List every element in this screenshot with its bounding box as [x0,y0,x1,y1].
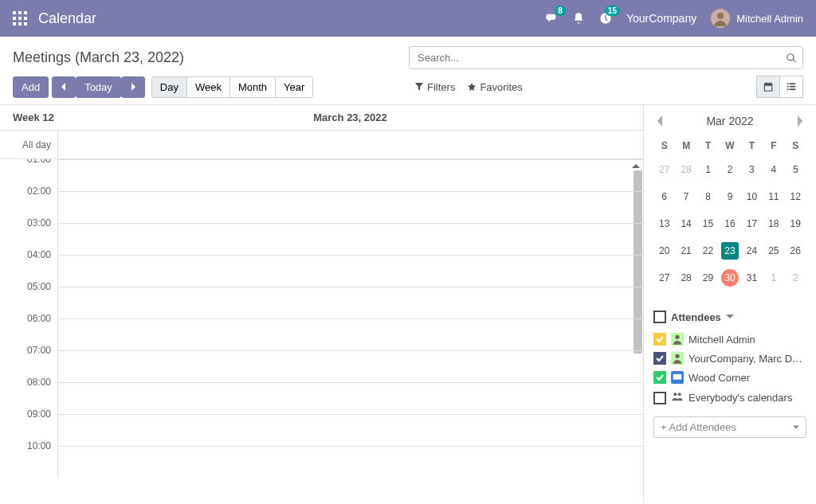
attendee-name[interactable]: Everybody's calendars [688,392,792,404]
mini-cal-day[interactable]: 22 [697,237,719,264]
search-icon[interactable] [786,53,797,64]
add-attendees-input[interactable]: + Add Attendees [653,416,806,438]
mini-cal-day[interactable]: 11 [763,183,784,210]
chevron-down-icon[interactable] [726,313,734,321]
filters-menu[interactable]: Filters [409,78,461,96]
mini-cal-day[interactable]: 29 [697,264,719,291]
svg-rect-3 [13,17,16,20]
attendee-checkbox[interactable] [653,371,666,384]
mini-cal-day[interactable]: 27 [653,156,675,183]
mini-cal-day[interactable]: 28 [675,264,696,291]
mini-cal-day[interactable]: 28 [675,156,696,183]
mini-cal-day[interactable]: 6 [653,183,675,210]
scale-week[interactable]: Week [186,76,230,98]
today-button[interactable]: Today [76,76,121,98]
mini-cal-day[interactable]: 25 [763,237,784,264]
attendee-name[interactable]: Wood Corner [688,372,750,384]
mini-cal-day[interactable]: 4 [763,156,784,183]
time-slot[interactable] [57,223,643,255]
time-slot[interactable] [57,287,643,318]
time-row: 10:00 [0,446,643,478]
attendee-name[interactable]: Mitchell Admin [688,334,755,346]
activities-icon[interactable]: 15 [599,12,612,25]
view-list-button[interactable] [779,76,803,98]
time-row: 09:00 [0,414,643,446]
mini-cal-day[interactable]: 17 [741,210,763,237]
mini-cal-day[interactable]: 24 [741,237,763,264]
mini-cal-day[interactable]: 26 [785,237,806,264]
mini-cal-day[interactable]: 2 [785,264,806,291]
time-slot[interactable] [57,414,643,446]
mini-cal-day[interactable]: 16 [719,210,740,237]
svg-rect-4 [18,17,22,20]
time-label: 09:00 [0,408,57,440]
mini-cal-day[interactable]: 3 [741,156,763,183]
svg-rect-12 [790,83,796,84]
search-input[interactable] [409,46,803,69]
prev-button[interactable] [52,76,76,98]
breadcrumb: Meetings (March 23, 2022) [13,49,184,66]
company-logo-icon [671,371,684,384]
attendee-row: Wood Corner [653,368,806,387]
mini-cal-day[interactable]: 18 [763,210,784,237]
user-menu[interactable]: Mitchell Admin [711,9,803,28]
scale-month[interactable]: Month [230,76,276,98]
time-label: 07:00 [0,345,57,377]
mini-cal-day[interactable]: 27 [653,264,675,291]
time-label: 06:00 [0,313,57,345]
mini-cal-day[interactable]: 19 [785,210,806,237]
mini-cal-next[interactable] [794,115,806,127]
time-slot[interactable] [57,382,643,414]
time-slot[interactable] [57,255,643,287]
notifications-icon[interactable] [572,12,585,25]
mini-cal-day[interactable]: 12 [785,183,806,210]
mini-cal-day[interactable]: 7 [675,183,696,210]
attendee-checkbox[interactable] [653,392,666,404]
messages-badge: 8 [555,6,566,16]
mini-cal-prev[interactable] [653,115,666,127]
add-button[interactable]: Add [13,76,49,98]
mini-cal-day[interactable]: 20 [653,237,675,264]
person-icon [671,352,684,365]
mini-cal-day[interactable]: 2 [719,156,740,183]
next-button[interactable] [121,76,145,98]
time-row: 08:00 [0,382,643,414]
attendee-checkbox[interactable] [653,352,666,365]
mini-cal-day[interactable]: 23 [719,237,740,264]
time-slot[interactable] [57,191,643,223]
mini-cal-day[interactable]: 8 [697,183,719,210]
attendees-checkbox[interactable] [653,311,666,323]
mini-cal-day[interactable]: 13 [653,210,675,237]
mini-cal-day[interactable]: 30 [719,264,740,291]
view-calendar-button[interactable] [756,76,780,98]
svg-point-23 [673,393,677,396]
company-switcher[interactable]: YourCompany [626,12,696,25]
mini-cal-dow: S [653,135,675,156]
attendee-row: Mitchell Admin [653,330,806,349]
time-slot[interactable] [57,350,643,382]
app-title[interactable]: Calendar [38,10,96,27]
favorites-menu[interactable]: Favorites [461,78,528,96]
mini-cal-day[interactable]: 15 [697,210,719,237]
time-label: 01:00 [0,159,57,186]
time-slot[interactable] [57,318,643,350]
allday-row[interactable]: All day [0,131,643,159]
mini-cal-day[interactable]: 5 [785,156,806,183]
attendee-row: YourCompany, Marc Demo [653,349,806,368]
messages-icon[interactable]: 8 [545,12,558,25]
time-slot[interactable] [57,159,643,191]
scale-day[interactable]: Day [151,76,187,98]
mini-cal-day[interactable]: 21 [675,237,696,264]
apps-icon[interactable] [13,11,27,25]
mini-cal-day[interactable]: 1 [697,156,719,183]
attendee-name[interactable]: YourCompany, Marc Demo [688,353,806,365]
mini-cal-day[interactable]: 31 [741,264,763,291]
mini-cal-day[interactable]: 1 [763,264,784,291]
mini-cal-day[interactable]: 10 [741,183,763,210]
scale-year[interactable]: Year [275,76,313,98]
mini-cal-day[interactable]: 14 [675,210,696,237]
time-row: 06:00 [0,318,643,350]
time-slot[interactable] [57,446,643,478]
attendee-checkbox[interactable] [653,333,666,346]
mini-cal-day[interactable]: 9 [719,183,740,210]
